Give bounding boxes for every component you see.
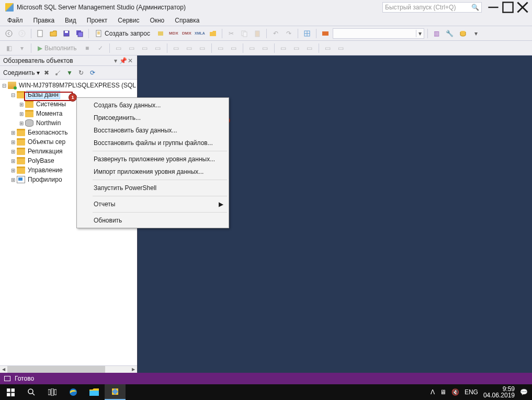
new-button[interactable] [35, 28, 46, 39]
scroll-right-button[interactable]: ▶ [130, 366, 137, 373]
connect-button[interactable]: Соединить ▾ [3, 69, 40, 76]
menu-bar: Файл Правка Вид Проект Сервис Окно Справ… [0, 15, 532, 26]
tbtn-prop[interactable]: ▥ [431, 28, 443, 39]
ctx-import-dac[interactable]: Импорт приложения уровня данных... [78, 165, 228, 178]
close-button[interactable] [516, 2, 529, 13]
scroll-left-button[interactable]: ◀ [0, 366, 7, 373]
tray-display-icon[interactable]: 🖥 [440, 388, 446, 396]
redo-button: ↷ [283, 28, 295, 39]
tree-horizontal-scrollbar[interactable]: ◀ ▶ [0, 365, 137, 373]
status-bar: Готово [0, 373, 532, 384]
ctx-deploy-dac[interactable]: Развернуть приложение уровня данных... [78, 153, 228, 165]
start-button[interactable] [0, 384, 21, 400]
ctx-powershell[interactable]: Запустить PowerShell [78, 182, 228, 194]
taskbar-clock[interactable]: 9:59 04.06.2019 [483, 386, 515, 398]
open-button[interactable] [48, 28, 59, 39]
svg-rect-5 [65, 31, 68, 33]
refresh-icon[interactable]: ↻ [76, 68, 86, 77]
chevron-right-icon: ▶ [219, 201, 223, 208]
execute-button: ▶Выполнить [35, 45, 80, 52]
status-text: Готово [15, 375, 34, 382]
copy-button [239, 28, 250, 39]
search-icon[interactable]: 🔍 [471, 4, 479, 11]
tbtn-open-file[interactable] [207, 28, 219, 39]
tree-server-node[interactable]: ⊟WIN-MJ79T89M7PL\SQLEXPRESS (SQL [0, 81, 137, 90]
tray-language[interactable]: ENG [465, 388, 478, 396]
task-view-button[interactable] [42, 384, 63, 400]
tbtn-x2: ▭ [291, 42, 302, 54]
ctx-reports[interactable]: Отчеты▶ [78, 198, 228, 210]
tbtn-y2: ▭ [335, 42, 347, 54]
cut-button: ✂ [225, 28, 237, 39]
svg-rect-22 [48, 390, 50, 395]
tbtn-plan1: ▭ [113, 42, 124, 54]
menu-help[interactable]: Справка [169, 15, 205, 26]
taskbar-search-button[interactable] [21, 384, 42, 400]
tbtn-a[interactable] [155, 28, 166, 39]
panel-options-icon[interactable]: ▾ [112, 57, 119, 64]
tbtn-y1: ▭ [322, 42, 334, 54]
tbtn-x3: ▭ [304, 42, 315, 54]
taskbar-explorer-button[interactable] [84, 384, 105, 400]
parse-button: ✓ [95, 42, 106, 54]
menu-edit[interactable]: Правка [28, 15, 60, 26]
tbtn-r1: ▭ [171, 42, 182, 54]
tbtn-mdx[interactable]: MDX [168, 28, 179, 39]
ctx-attach[interactable]: Присоединить... [78, 112, 228, 124]
maximize-button[interactable] [502, 2, 514, 13]
ctx-new-database[interactable]: Создать базу данных... [78, 99, 228, 112]
ctx-restore-files[interactable]: Восстановить файлы и группы файлов... [78, 137, 228, 149]
svg-rect-17 [7, 388, 10, 392]
menu-window[interactable]: Окно [144, 15, 169, 26]
tbtn-dmx[interactable]: DMX [181, 28, 193, 39]
ssms-app-icon [5, 3, 14, 12]
save-all-button[interactable] [74, 28, 85, 39]
tbtn-i2: ▭ [259, 42, 271, 54]
svg-rect-14 [322, 31, 329, 36]
activity-monitor-button[interactable] [320, 28, 331, 39]
menu-file[interactable]: Файл [2, 15, 28, 26]
window-title: Microsoft SQL Server Management Studio (… [17, 4, 186, 11]
nav-back-button[interactable] [3, 28, 15, 39]
menu-project[interactable]: Проект [82, 15, 113, 26]
tray-volume-icon[interactable]: 🔇 [451, 388, 459, 396]
windows-taskbar: ᐱ 🖥 🔇 ENG 9:59 04.06.2019 💬 [0, 384, 532, 400]
svg-rect-11 [243, 32, 247, 37]
tray-chevron-up-icon[interactable]: ᐱ [431, 388, 435, 396]
tbtn-plan3: ▭ [139, 42, 151, 54]
connect-obj-button[interactable] [53, 68, 63, 77]
ctx-refresh[interactable]: Обновить [78, 214, 228, 227]
database-combo[interactable]: ▾ [333, 28, 424, 39]
object-explorer-title: Обозреватель объектов [3, 57, 112, 64]
svg-rect-20 [11, 393, 15, 396]
tbtn-grid[interactable] [301, 28, 313, 39]
tbtn-c2: ▭ [228, 42, 240, 54]
filter-button[interactable]: ▼ [65, 68, 74, 77]
save-button[interactable] [61, 28, 72, 39]
tbtn-more[interactable]: ▾ [470, 28, 482, 39]
pin-icon[interactable]: 📌 [119, 57, 127, 64]
quick-launch-input[interactable]: Быстрый запуск (Ctrl+Q) 🔍 [382, 2, 482, 13]
panel-close-icon[interactable]: ✕ [127, 57, 134, 64]
tbtn-r2: ▭ [184, 42, 195, 54]
svg-rect-8 [96, 30, 101, 37]
taskbar-ssms-button[interactable] [105, 384, 126, 400]
minimize-button[interactable] [487, 2, 500, 13]
menu-view[interactable]: Вид [60, 15, 82, 26]
ctx-restore-database[interactable]: Восстановить базу данных... [78, 124, 228, 137]
action-center-icon[interactable]: 💬 [520, 388, 528, 396]
menu-tools[interactable]: Сервис [112, 15, 144, 26]
system-tray: ᐱ 🖥 🔇 ENG 9:59 04.06.2019 💬 [426, 386, 532, 398]
tbtn-db-icon[interactable] [457, 28, 469, 39]
stop-refresh-button[interactable]: ⟳ [88, 68, 97, 77]
svg-rect-3 [38, 30, 42, 37]
scroll-thumb[interactable] [7, 366, 105, 373]
svg-rect-18 [11, 388, 15, 392]
disconnect-button[interactable]: ✖ [42, 68, 51, 77]
tbtn-xmla[interactable]: XMLA [194, 28, 206, 39]
tbtn-s2: ▾ [16, 42, 28, 54]
new-query-button[interactable]: Создать запрос [92, 30, 153, 37]
tbtn-s1: ◧ [3, 42, 15, 54]
taskbar-ie-button[interactable] [63, 384, 84, 400]
tbtn-wrench[interactable]: 🔧 [444, 28, 456, 39]
